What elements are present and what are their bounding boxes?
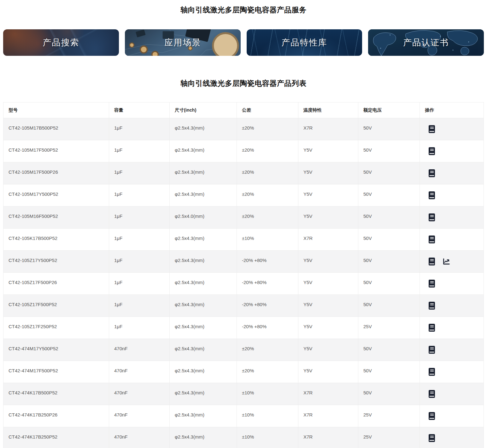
section-title: 轴向引线激光多层陶瓷电容器产品列表 [0,79,487,88]
spec-book-icon[interactable] [428,434,436,442]
page: 轴向引线激光多层陶瓷电容器产品服务 产品搜索 [0,5,487,448]
column-header-voltage: 额定电压 [358,102,420,118]
spec-book-icon[interactable] [428,257,436,266]
cell-voltage: 50V [358,273,420,295]
cell-model: CT42-105K17B500P52 [3,229,109,251]
nav-item-feature-library[interactable]: 产品特性库 [247,29,362,56]
cell-tolerance: ±20% [237,339,298,361]
actions-cell [420,140,484,162]
table-row: CT42-474M17Y500P52470nFφ2.5x4.3(mm)±20%Y… [3,339,484,361]
nav-item-product-search[interactable]: 产品搜索 [3,29,119,56]
cell-model: CT42-105Z17F500P52 [3,295,109,317]
cell-temp: Y5V [298,162,358,184]
cell-size: φ2.5x4.3(mm) [170,295,237,317]
product-table: 型号容量尺寸(inch)公差温度特性额定电压操作 CT42-105M17B500… [3,102,484,448]
cell-capacity: 1μF [109,295,170,317]
spec-book-icon[interactable] [428,346,436,354]
cell-voltage: 50V [358,339,420,361]
nav-item-label: 产品认证书 [403,37,449,48]
table-row: CT42-105M17B500P521μFφ2.5x4.3(mm)±20%X7R… [3,118,484,140]
cell-size: φ2.5x4.3(mm) [170,427,237,448]
column-header-capacity: 容量 [109,102,170,118]
actions-cell [420,207,484,229]
actions-cell [420,339,484,361]
cell-temp: Y5V [298,339,358,361]
cell-temp: Y5V [298,140,358,162]
cell-model: CT42-105Z17F500P26 [3,273,109,295]
cell-capacity: 470nF [109,383,170,405]
cell-model: CT42-105M17F500P26 [3,162,109,184]
cell-temp: Y5V [298,295,358,317]
cell-voltage: 25V [358,405,420,427]
column-header-size: 尺寸(inch) [170,102,237,118]
cell-tolerance: ±20% [237,118,298,140]
cell-voltage: 50V [358,383,420,405]
actions-cell [420,229,484,251]
cell-temp: Y5V [298,251,358,273]
cell-tolerance: -20% +80% [237,317,298,339]
actions-cell [420,184,484,207]
cell-model: CT42-474K17B500P52 [3,383,109,405]
cell-model: CT42-105M16F500P52 [3,207,109,229]
cell-model: CT42-474M17F500P52 [3,361,109,383]
spec-book-icon[interactable] [428,323,436,332]
spec-book-icon[interactable] [428,213,436,222]
trend-chart-icon[interactable] [443,257,450,266]
spec-book-icon[interactable] [428,147,436,155]
cell-model: CT42-474K17B250P52 [3,427,109,448]
page-title: 轴向引线激光多层陶瓷电容器产品服务 [0,5,487,15]
table-row: CT42-105Z17F250P521μFφ2.5x4.3(mm)-20% +8… [3,317,484,339]
cell-voltage: 50V [358,251,420,273]
cell-voltage: 50V [358,207,420,229]
cell-capacity: 1μF [109,184,170,207]
actions-cell [420,317,484,339]
spec-book-icon[interactable] [428,368,436,376]
cell-model: CT42-105M17F500P52 [3,140,109,162]
nav-item-label: 产品搜索 [43,37,79,48]
cell-size: φ2.5x4.3(mm) [170,251,237,273]
cell-size: φ2.5x4.3(mm) [170,229,237,251]
cell-model: CT42-105M17B500P52 [3,118,109,140]
table-row: CT42-105M16F500P521μFφ2.5x4.0(mm)±20%Y5V… [3,207,484,229]
cell-tolerance: -20% +80% [237,273,298,295]
actions-cell [420,251,484,273]
cell-capacity: 1μF [109,229,170,251]
cell-capacity: 1μF [109,162,170,184]
cell-capacity: 470nF [109,361,170,383]
spec-book-icon[interactable] [428,390,436,398]
cell-voltage: 25V [358,317,420,339]
cell-voltage: 50V [358,118,420,140]
nav-item-certificates[interactable]: 产品认证书 [368,29,484,56]
cell-capacity: 1μF [109,207,170,229]
cell-model: CT42-105Z17Y500P52 [3,251,109,273]
cell-voltage: 25V [358,427,420,448]
product-table-container: 型号容量尺寸(inch)公差温度特性额定电压操作 CT42-105M17B500… [0,102,487,448]
table-row: CT42-105Z17F500P521μFφ2.5x4.3(mm)-20% +8… [3,295,484,317]
spec-book-icon[interactable] [428,301,436,310]
cell-size: φ2.5x4.3(mm) [170,118,237,140]
spec-book-icon[interactable] [428,169,436,177]
spec-book-icon[interactable] [428,279,436,288]
cell-size: φ2.5x4.3(mm) [170,273,237,295]
table-row: CT42-474K17B250P26470nFφ2.5x4.3(mm)±10%X… [3,405,484,427]
cell-voltage: 50V [358,184,420,207]
actions-cell [420,405,484,427]
table-row: CT42-105K17B500P521μFφ2.5x4.3(mm)±10%X7R… [3,229,484,251]
cell-capacity: 1μF [109,140,170,162]
actions-cell [420,162,484,184]
cell-voltage: 50V [358,361,420,383]
table-row: CT42-105Z17Y500P521μFφ2.5x4.3(mm)-20% +8… [3,251,484,273]
cell-tolerance: ±20% [237,184,298,207]
spec-book-icon[interactable] [428,412,436,420]
cell-temp: X7R [298,383,358,405]
nav-item-application-scene[interactable]: 应用场景 [125,29,241,56]
cell-capacity: 1μF [109,273,170,295]
table-header-row: 型号容量尺寸(inch)公差温度特性额定电压操作 [3,102,484,118]
cell-tolerance: ±10% [237,405,298,427]
spec-book-icon[interactable] [428,191,436,200]
table-row: CT42-105M17F500P521μFφ2.5x4.3(mm)±20%Y5V… [3,140,484,162]
cell-size: φ2.5x4.3(mm) [170,140,237,162]
spec-book-icon[interactable] [428,235,436,244]
spec-book-icon[interactable] [428,125,436,133]
cell-tolerance: -20% +80% [237,251,298,273]
